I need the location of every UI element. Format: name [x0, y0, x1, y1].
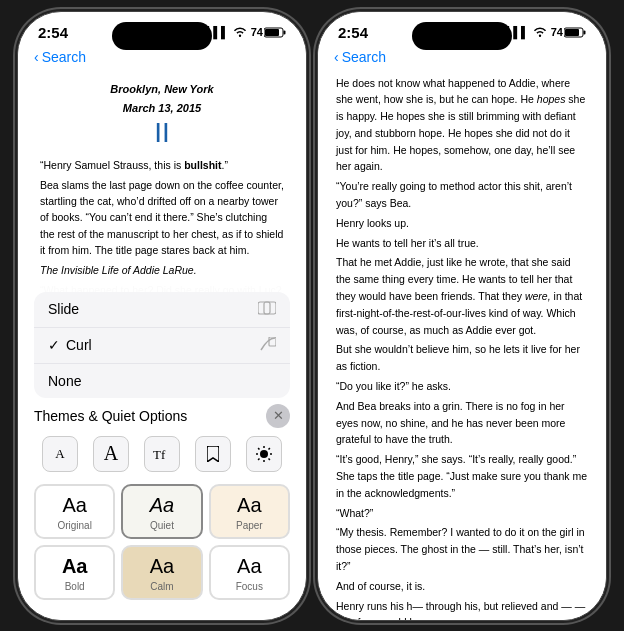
para-3: The Invisible Life of Addie LaRue. [40, 262, 284, 278]
svg-rect-2 [265, 29, 279, 36]
svg-point-7 [260, 450, 268, 458]
transition-none[interactable]: None [34, 364, 290, 398]
toolbar-row: A A Tf [34, 432, 290, 476]
transition-curl-label: Curl [66, 337, 92, 353]
theme-quiet-preview: Aa [150, 494, 174, 517]
theme-bold-label: Bold [65, 581, 85, 592]
transition-curl-icon [260, 337, 276, 354]
svg-line-12 [258, 448, 259, 449]
r-para-1: He does not know what happened to Addie,… [336, 75, 588, 176]
font-selector-button[interactable]: Tf [144, 436, 180, 472]
theme-focus-card[interactable]: Aa Focus [209, 545, 290, 600]
r-para-6: But she wouldn’t believe him, so he lets… [336, 341, 588, 375]
right-battery-icon: 74 [551, 26, 586, 38]
svg-rect-17 [584, 30, 586, 34]
book-date: March 13, 2015 [40, 100, 284, 117]
theme-paper-label: Paper [236, 520, 263, 531]
right-status-icons: ▌▌▌ 74 [505, 26, 586, 39]
theme-quiet-card[interactable]: Aa Quiet [121, 484, 202, 539]
right-time: 2:54 [338, 24, 368, 41]
phones-container: 2:54 ▌▌▌ 74 ‹ Search [17, 11, 607, 621]
theme-original-card[interactable]: Aa Original [34, 484, 115, 539]
left-back-button[interactable]: ‹ Search [34, 49, 86, 65]
svg-line-15 [258, 458, 259, 459]
theme-quiet-label: Quiet [150, 520, 174, 531]
themes-label: Themes & Quiet Options [34, 408, 187, 424]
left-phone: 2:54 ▌▌▌ 74 ‹ Search [17, 11, 307, 621]
r-para-4: He wants to tell her it’s all true. [336, 235, 588, 252]
theme-bold-preview: Aa [62, 555, 88, 578]
battery-icon: 74 [251, 26, 286, 38]
font-decrease-button[interactable]: A [42, 436, 78, 472]
para-1: “Henry Samuel Strauss, this is bullshit.… [40, 157, 284, 173]
left-status-icons: ▌▌▌ 74 [205, 26, 286, 39]
transition-none-label: None [48, 373, 81, 389]
transition-slide-label: Slide [48, 301, 79, 317]
curl-check: ✓ [48, 337, 60, 353]
theme-original-preview: Aa [62, 494, 86, 517]
r-para-11: “My thesis. Remember? I wanted to do it … [336, 524, 588, 574]
r-para-10: “What?” [336, 505, 588, 522]
r-para-12: And of course, it is. [336, 578, 588, 595]
chevron-left-icon: ‹ [34, 49, 39, 65]
right-wifi-icon [533, 26, 547, 39]
right-phone: 2:54 ▌▌▌ 74 ‹ Search [317, 11, 607, 621]
right-book-content: He does not know what happened to Addie,… [318, 71, 606, 620]
theme-calm-preview: Aa [150, 555, 174, 578]
theme-calm-label: Calm [150, 581, 173, 592]
svg-line-13 [269, 458, 270, 459]
r-para-9: “It’s good, Henry,” she says. “It’s real… [336, 451, 588, 501]
transition-options: Slide ✓ Curl None [34, 292, 290, 398]
theme-bold-card[interactable]: Aa Bold [34, 545, 115, 600]
close-button[interactable]: ✕ [266, 404, 290, 428]
theme-paper-card[interactable]: Aa Paper [209, 484, 290, 539]
svg-text:Tf: Tf [153, 447, 166, 461]
r-para-8: And Bea breaks into a grin. There is no … [336, 398, 588, 448]
theme-focus-label: Focus [236, 581, 263, 592]
transition-slide-icon [258, 301, 276, 318]
transition-curl[interactable]: ✓ Curl [34, 328, 290, 364]
font-increase-button[interactable]: A [93, 436, 129, 472]
theme-paper-preview: Aa [237, 494, 261, 517]
r-para-2: “You’re really going to method actor thi… [336, 178, 588, 212]
para-2: Bea slams the last page down on the coff… [40, 177, 284, 258]
theme-original-label: Original [57, 520, 91, 531]
svg-rect-1 [284, 30, 286, 34]
r-para-7: “Do you like it?” he asks. [336, 378, 588, 395]
right-back-button[interactable]: ‹ Search [334, 49, 386, 65]
svg-line-14 [269, 448, 270, 449]
theme-focus-preview: Aa [237, 555, 261, 578]
brightness-button[interactable] [246, 436, 282, 472]
right-dynamic-island [412, 22, 512, 50]
overlay-panel: Slide ✓ Curl None [18, 282, 306, 620]
r-para-3: Henry looks up. [336, 215, 588, 232]
book-header: Brooklyn, New York March 13, 2015 II [40, 81, 284, 147]
dynamic-island [112, 22, 212, 50]
wifi-icon [233, 26, 247, 39]
left-time: 2:54 [38, 24, 68, 41]
svg-rect-18 [565, 29, 579, 36]
bookmark-button[interactable] [195, 436, 231, 472]
chapter-number: II [40, 119, 284, 147]
theme-calm-card[interactable]: Aa Calm [121, 545, 202, 600]
right-chevron-left-icon: ‹ [334, 49, 339, 65]
themes-header: Themes & Quiet Options ✕ [34, 404, 290, 428]
r-para-13: Henry runs his h— through his, but relie… [336, 598, 588, 620]
r-para-5: That he met Addie, just like he wrote, t… [336, 254, 588, 338]
book-location: Brooklyn, New York [40, 81, 284, 98]
theme-grid: Aa Original Aa Quiet Aa Paper Aa Bold [34, 484, 290, 600]
transition-slide[interactable]: Slide [34, 292, 290, 328]
